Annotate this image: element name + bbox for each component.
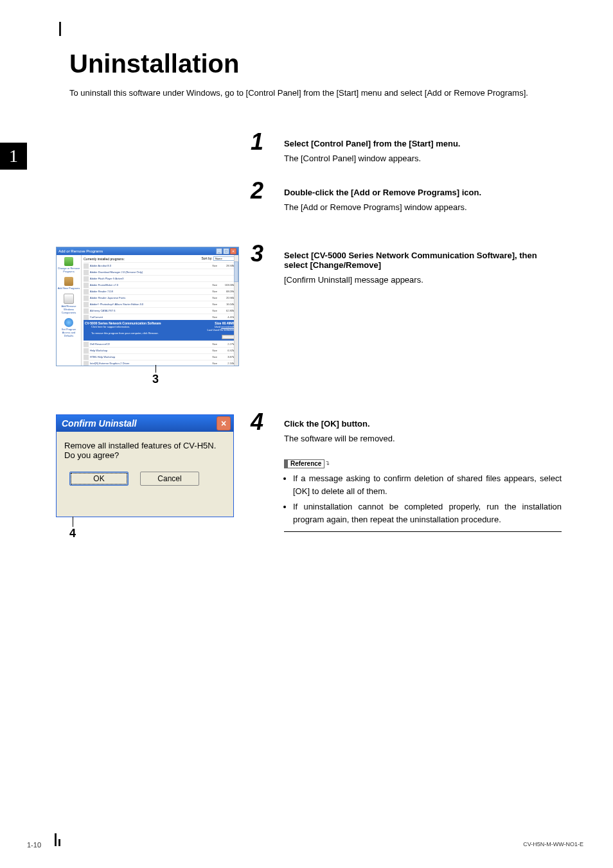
sort-label: Sort by: [201,256,212,260]
reference-list: If a message asking to confirm deletion … [284,472,562,527]
screenshot-confirm-uninstall: Confirm Uninstall × Remove all installed… [56,414,234,517]
step-3-body: [Confirm Uninstall] message appears. [284,274,562,287]
callout-leader [73,517,73,527]
program-row[interactable]: Alchemy CATALYST 6Size62.80MB [84,307,236,314]
dialog-titlebar: Confirm Uninstall × [57,415,233,432]
document-id: CV-H5N-M-WW-NO1-E [523,841,583,847]
dialog-message: Remove all installed features of CV-H5N.… [64,441,226,460]
step-4-body: The software will be removed. [284,432,562,445]
titlebar-buttons: _ □ × [216,248,236,254]
sidebar-item-change-remove[interactable]: Change or Remove Programs [57,255,81,275]
globe-icon [64,318,73,327]
step-number-2: 2 [251,177,263,204]
sidebar-item-windows-components[interactable]: Add/Remove Windows Components [57,292,81,316]
callout-label-3: 3 [152,373,159,386]
app-icon [84,270,89,275]
sidebar: Change or Remove Programs Add New Progra… [57,255,82,366]
callout-leader [155,365,156,373]
app-icon [84,315,89,320]
program-row[interactable]: HTML Help WorkshopSize3.87MB [84,353,236,360]
step-number-1: 1 [251,128,263,155]
step-2-body: The [Add or Remove Programs] window appe… [284,201,562,214]
list-header: Currently installed programs: [84,257,125,261]
app-icon [84,361,89,366]
program-row-selected[interactable]: CV-5000 Series Network Communication Sof… [84,320,236,341]
reference-item: If a message asking to confirm deletion … [293,472,562,498]
sidebar-item-add-new[interactable]: Add New Programs [57,275,81,292]
shield-icon [64,257,73,266]
app-icon [84,289,89,294]
program-row[interactable]: Intel(R) Extreme Graphics 2 DriverSize2.… [84,360,236,366]
step-1-text: Select [Control Panel] from the [Start] … [284,139,562,165]
app-icon [84,342,89,347]
page-title: Uninstallation [69,49,239,78]
program-row[interactable]: Help WorkshopSize6.92MB [84,347,236,353]
app-icon [84,302,89,307]
window-titlebar: Add or Remove Programs _ □ × [57,247,238,255]
app-icon [84,308,89,314]
step-3-heading: Select [CV-5000 Series Network Communica… [284,251,562,270]
step-4-text: Click the [OK] button. The software will… [284,419,562,532]
program-row[interactable]: Adobe® Photoshop® Album Starter Edition … [84,301,236,307]
program-row[interactable]: Adobe Acrobat 8.0Size28.93MB [84,262,236,269]
reference-item: If uninstallation cannot be completed pr… [293,500,562,526]
reference-label: Reference [284,459,324,468]
note-arrow-icon: ↴ [324,459,330,466]
scrollbar-thumb[interactable] [234,261,238,282]
dialog-body: Remove all installed features of CV-H5N.… [57,432,233,492]
program-row[interactable]: Adobe Reader Japanese FontsSize20.96MB [84,294,236,301]
ok-button[interactable]: OK [69,472,129,486]
program-row[interactable]: Adobe Reader 7.0.8Size68.09MB [84,288,236,294]
sort-dropdown[interactable]: Name [213,256,236,261]
decorative-rule [59,22,61,36]
program-row[interactable]: Adobe Download Manager 2.0 (Remove Only) [84,269,236,275]
box-icon [64,277,73,286]
support-link[interactable]: Click here for support information. [91,325,130,328]
step-1-body: The [Control Panel] window appears. [284,152,562,165]
separator [284,531,562,532]
step-1-heading: Select [Control Panel] from the [Start] … [284,139,562,148]
step-number-4: 4 [251,409,263,436]
app-icon [84,348,89,353]
page-number: 1-10 [27,841,41,849]
step-2-text: Double-click the [Add or Remove Programs… [284,188,562,214]
program-row[interactable]: Adobe Flash Player 9 ActiveX [84,275,236,281]
app-icon [84,263,89,269]
step-2-heading: Double-click the [Add or Remove Programs… [284,188,562,197]
app-icon [84,296,89,301]
remove-button[interactable]: Remove [222,335,235,339]
sidebar-item-program-access[interactable]: Set Program Access and Defaults [57,316,81,339]
step-4-heading: Click the [OK] button. [284,419,562,429]
program-row[interactable]: Dell ResourceCDSize2.27MB [84,341,236,347]
step-3-text: Select [CV-5000 Series Network Communica… [284,251,562,287]
minimize-icon[interactable]: _ [216,248,222,254]
screenshot-add-remove-programs: Add or Remove Programs _ □ × Change or R… [56,247,239,366]
close-icon[interactable]: × [217,416,231,430]
chapter-tab: 1 [0,143,27,170]
program-row[interactable]: Adobe FrameMaker v7.0Size103.00MB [84,281,236,288]
program-row[interactable]: CatConvertSize4.41MB [84,314,236,320]
step-number-3: 3 [251,240,263,267]
window-title: Add or Remove Programs [58,249,103,253]
windows-icon [64,294,74,304]
app-icon [84,276,89,281]
reference-block: Reference↴ [284,457,562,468]
cancel-button[interactable]: Cancel [140,472,199,486]
callout-label-4: 4 [69,527,76,540]
intro-paragraph: To uninstall this software under Windows… [69,87,558,100]
dialog-title: Confirm Uninstall [62,418,137,429]
decorative-rule-bottom [55,833,60,846]
program-list-panel: Currently installed programs: Sort by: N… [82,255,238,366]
app-icon [84,355,89,360]
maximize-icon[interactable]: □ [223,248,229,254]
app-icon [84,283,89,288]
scrollbar[interactable] [234,255,238,366]
close-icon[interactable]: × [230,248,236,254]
